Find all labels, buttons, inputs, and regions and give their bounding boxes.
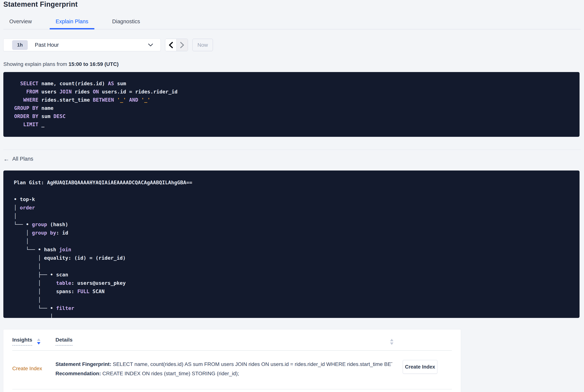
- sort-asc-icon: [37, 338, 40, 341]
- previous-time-range-button[interactable]: [165, 39, 177, 51]
- time-step-buttons: [165, 39, 188, 51]
- showing-range-text: Showing explain plans from 15:00 to 16:5…: [3, 61, 581, 67]
- recommendation-line: Recommendation: CREATE INDEX ON rides (s…: [55, 369, 392, 378]
- recommendation-text: CREATE INDEX ON rides (start_time) STORI…: [101, 370, 239, 376]
- showing-range-bold: 15:00 to 16:59 (UTC): [68, 61, 118, 67]
- next-time-range-button[interactable]: [177, 39, 188, 51]
- table-row: Create Index Statement Fingerprint: SELE…: [12, 351, 452, 390]
- column-header-details[interactable]: Details: [55, 337, 72, 346]
- chevron-right-icon: [180, 42, 184, 48]
- statement-fingerprint-text: SELECT name, count(rides.id) AS sum FROM…: [111, 361, 392, 367]
- time-range-label: Past Hour: [35, 42, 148, 48]
- tab-bar: Overview Explain Plans Diagnostics: [3, 18, 581, 30]
- create-index-button[interactable]: Create Index: [403, 360, 437, 374]
- now-button[interactable]: Now: [192, 39, 213, 51]
- sort-arrows-details[interactable]: [390, 339, 393, 345]
- insights-table-header: Insights Details: [12, 330, 452, 351]
- insights-card: Insights Details Create Index Statement …: [3, 330, 461, 392]
- sort-arrows-insights[interactable]: [37, 338, 40, 344]
- divider: [3, 150, 581, 150]
- tab-explain-plans[interactable]: Explain Plans: [50, 18, 94, 29]
- sort-asc-icon: [390, 339, 393, 341]
- time-interval-badge: 1h: [12, 40, 28, 50]
- tab-overview[interactable]: Overview: [3, 18, 38, 29]
- insight-details: Statement Fingerprint: SELECT name, coun…: [55, 360, 452, 378]
- column-header-insights[interactable]: Insights: [12, 337, 32, 346]
- plan-gist-block: Plan Gist: AgHUAQIABQAAAAHYAQIAiAEAAAADC…: [3, 170, 580, 318]
- tab-diagnostics[interactable]: Diagnostics: [106, 18, 146, 29]
- sort-desc-icon: [390, 342, 393, 345]
- all-plans-label: All Plans: [12, 156, 33, 162]
- back-arrow-icon: ←: [3, 156, 9, 162]
- statement-fingerprint-line: Statement Fingerprint: SELECT name, coun…: [55, 360, 392, 369]
- time-controls: 1h Past Hour Now: [3, 39, 581, 51]
- statement-fingerprint-label: Statement Fingerprint:: [55, 361, 111, 367]
- chevron-down-icon: [148, 44, 153, 46]
- page-title: Statement Fingerprint: [3, 0, 581, 8]
- recommendation-label: Recommendation:: [55, 370, 101, 376]
- showing-prefix: Showing explain plans from: [3, 61, 68, 67]
- all-plans-back-link[interactable]: ← All Plans: [3, 156, 33, 162]
- time-range-select[interactable]: 1h Past Hour: [3, 39, 161, 51]
- insight-type-link[interactable]: Create Index: [12, 366, 55, 372]
- sort-desc-icon: [37, 342, 40, 344]
- statement-sql-block: SELECT name, count(rides.id) AS sum FROM…: [3, 72, 580, 137]
- chevron-left-icon: [169, 42, 173, 48]
